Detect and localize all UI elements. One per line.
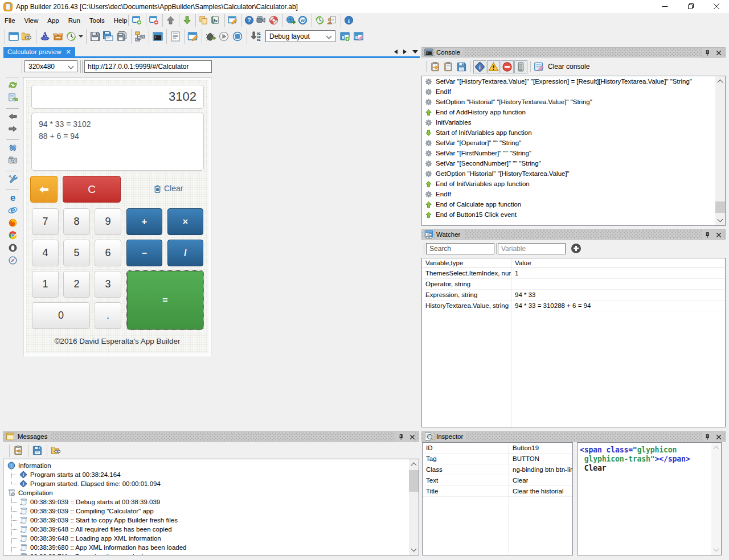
console-log-entry[interactable]: EndIf — [422, 87, 725, 97]
size-combobox[interactable]: 320x480 — [24, 60, 77, 72]
key-dot[interactable]: . — [95, 302, 121, 329]
console-log-entry[interactable]: SetVar "[FirstNumber]" "" "String" — [422, 148, 725, 158]
key-8[interactable]: 8 — [63, 208, 90, 235]
watcher-variable-input[interactable]: Variable — [498, 243, 566, 254]
console-log-entry[interactable]: SetOption "Historial" "[HistoryTextarea.… — [422, 97, 725, 107]
sidebar-button[interactable] — [5, 216, 20, 229]
console-toolbar-button[interactable] — [429, 60, 441, 73]
tab-close-icon[interactable]: ✕ — [66, 49, 71, 55]
toolbar-button[interactable] — [146, 14, 159, 27]
close-button[interactable] — [703, 0, 729, 13]
key-3[interactable]: 3 — [95, 271, 121, 298]
minimize-button[interactable] — [652, 0, 678, 13]
message-row[interactable]: Compilation — [3, 488, 419, 497]
sidebar-button[interactable] — [5, 254, 20, 266]
tab-scroll-left-icon[interactable] — [394, 50, 398, 54]
key-minus[interactable]: − — [126, 240, 162, 266]
backspace-button[interactable] — [30, 176, 58, 203]
toolbar-button[interactable] — [131, 14, 143, 27]
toolbar-button[interactable] — [210, 14, 222, 27]
calculator-history[interactable]: 94 * 33 = 3102 88 + 6 = 94 — [31, 113, 204, 171]
toolbar-button[interactable] — [36, 29, 51, 44]
toolbar-button[interactable] — [202, 29, 217, 44]
console-toolbar-button[interactable] — [455, 60, 468, 73]
message-row[interactable]: 00:38:39:039 :: Debug starts at 00:38:39… — [3, 497, 419, 507]
toolbar-button[interactable] — [341, 14, 354, 27]
close-panel-icon[interactable] — [409, 434, 415, 440]
pin-icon[interactable] — [704, 232, 711, 239]
console-toolbar-button[interactable] — [442, 60, 454, 73]
inspector-row[interactable]: Class ng-binding btn btn-link — [423, 464, 572, 475]
key-6[interactable]: 6 — [95, 240, 121, 266]
watcher-row[interactable]: Expression, string 94 * 33 — [422, 290, 725, 300]
scroll-down-button[interactable] — [715, 216, 725, 225]
inspector-row[interactable]: Title Clear the historial — [423, 486, 572, 497]
console-log-entry[interactable]: InitVariables — [422, 117, 725, 127]
add-watch-button[interactable] — [571, 244, 581, 253]
console-scrollbar[interactable] — [715, 76, 725, 225]
console-toolbar-button[interactable] — [514, 60, 527, 73]
toolbar-button[interactable] — [115, 29, 129, 44]
close-panel-icon[interactable] — [716, 232, 722, 238]
key-5[interactable]: 5 — [63, 240, 90, 266]
inspector-scrollbar[interactable] — [711, 443, 721, 555]
scroll-up-button[interactable] — [409, 459, 419, 469]
toolbar-button[interactable] — [241, 14, 255, 27]
console-log-entry[interactable]: End of Button15 Click event — [422, 209, 725, 220]
sidebar-button[interactable] — [5, 122, 20, 135]
close-panel-icon[interactable] — [716, 434, 722, 440]
sidebar-button[interactable] — [5, 141, 20, 154]
watcher-search-input[interactable]: Search — [426, 243, 494, 254]
close-panel-icon[interactable] — [716, 50, 722, 56]
sidebar-button[interactable] — [5, 229, 20, 241]
toolbar-button[interactable] — [166, 29, 182, 44]
console-log-entry[interactable]: End of AddHistory app function — [422, 107, 725, 117]
console-log-entry[interactable]: EndIf — [422, 189, 725, 199]
menu-item[interactable]: Run — [64, 15, 85, 26]
pin-icon[interactable] — [704, 50, 711, 57]
message-row[interactable]: Program started. Elapsed time: 00:00:01.… — [3, 479, 419, 488]
layout-combobox[interactable]: Debug layout — [265, 30, 335, 42]
sidebar-button[interactable] — [5, 154, 20, 166]
toolbar-button[interactable] — [184, 29, 199, 44]
scroll-down-button[interactable] — [409, 545, 419, 555]
sidebar-button[interactable] — [5, 172, 20, 185]
console-toolbar-button[interactable] — [473, 60, 486, 73]
console-log-entry[interactable]: SetVar "[Operator]" "" "String" — [422, 138, 725, 148]
console-log-entry[interactable]: Start of InitVariables app function — [422, 127, 725, 138]
url-input[interactable]: http://127.0.0.1:9999/#/Calculator — [84, 60, 212, 73]
toolbar-button[interactable] — [247, 29, 262, 44]
toolbar-button[interactable] — [5, 29, 20, 44]
console-toolbar-button[interactable] — [487, 60, 500, 73]
calculator-display[interactable]: 3102 — [31, 85, 204, 109]
sidebar-button[interactable] — [5, 241, 20, 254]
toolbar-button[interactable] — [128, 15, 129, 26]
key-plus[interactable]: + — [126, 208, 162, 235]
key-equals[interactable]: = — [127, 271, 203, 330]
clear-history-link[interactable]: Clear — [154, 184, 205, 193]
key-multiply[interactable]: × — [167, 208, 203, 235]
scroll-down-button[interactable] — [711, 545, 721, 555]
save-messages-button[interactable] — [30, 444, 44, 458]
message-row[interactable]: 00:38:39:648 :: All required files has b… — [3, 525, 419, 534]
scroll-thumb[interactable] — [715, 201, 725, 213]
sidebar-button[interactable] — [5, 79, 20, 91]
menu-item[interactable]: View — [20, 15, 43, 26]
key-divide[interactable]: / — [167, 240, 203, 266]
toolbar-button[interactable] — [101, 29, 115, 44]
toolbar-button[interactable] — [224, 14, 238, 27]
messages-scrollbar[interactable] — [409, 459, 419, 555]
tab-list-icon[interactable] — [412, 50, 418, 53]
console-toolbar-button[interactable] — [530, 61, 531, 72]
toolbar-button[interactable] — [51, 29, 65, 44]
scroll-up-button[interactable] — [711, 443, 721, 452]
export-messages-button[interactable] — [11, 444, 25, 458]
toolbar-button[interactable] — [162, 14, 176, 27]
console-log-entry[interactable]: End of InitVariables app function — [422, 179, 725, 189]
toolbar-button[interactable] — [131, 29, 146, 44]
key-1[interactable]: 1 — [32, 271, 59, 298]
key-9[interactable]: 9 — [95, 208, 121, 235]
toolbar-button[interactable] — [338, 29, 352, 44]
console-log-entry[interactable]: SetVar "[SecondNumber]" "" "String" — [422, 158, 725, 168]
message-row[interactable]: 00:38:39:039 :: Start to copy App Builde… — [3, 516, 419, 525]
